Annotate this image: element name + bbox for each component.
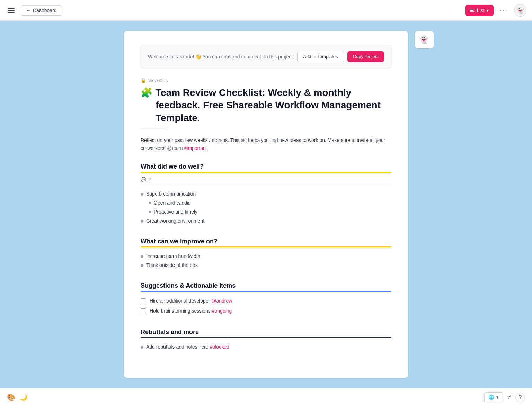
comment-number: 2 bbox=[148, 177, 151, 182]
project-description: Reflect on your past few weeks / months.… bbox=[141, 136, 391, 152]
content-card: Welcome to Taskade! 👋 You can chat and c… bbox=[124, 31, 408, 378]
nav-right: List ▾ ··· 👻 bbox=[465, 4, 526, 17]
checkbox-item: Hold brainstorming sessions #ongoing bbox=[141, 306, 391, 316]
lock-icon: 🔒 bbox=[141, 78, 146, 83]
chevron-down-icon: ▾ bbox=[496, 395, 499, 400]
bottom-bar: 🎨 🌙 🌐 ▾ ✓ ? bbox=[0, 388, 532, 406]
list-view-button[interactable]: List ▾ bbox=[465, 5, 494, 16]
side-panel-avatar: 👻 bbox=[419, 35, 428, 44]
bullet-icon bbox=[141, 264, 143, 267]
back-arrow: ← bbox=[26, 8, 31, 13]
checkbox-brainstorming[interactable] bbox=[141, 308, 146, 314]
nav-left: ← Dashboard bbox=[6, 5, 62, 16]
project-title: 🧩 Team Review Checklist: Weekly & monthl… bbox=[141, 87, 391, 124]
chevron-down-icon: ▾ bbox=[486, 8, 489, 13]
section1-underline bbox=[141, 172, 391, 173]
list-item: Increase team bandwidth bbox=[141, 252, 391, 261]
sub-list: Open and candid Proactive and timely bbox=[141, 198, 391, 216]
item-text: Open and candid bbox=[154, 200, 191, 206]
tag-ongoing: #ongoing bbox=[212, 308, 232, 314]
section-what-did-we-do-well: What did we do well? 💬 2 Superb communic… bbox=[141, 163, 391, 225]
item-text: Think outside of the box bbox=[146, 262, 198, 268]
item-text: Hire an additional developer @andrew bbox=[150, 298, 232, 304]
top-nav: ← Dashboard List ▾ ··· 👻 bbox=[0, 0, 532, 21]
title-text: Team Review Checklist: Weekly & monthly … bbox=[156, 87, 391, 124]
comment-icon: 💬 bbox=[141, 177, 146, 182]
bullet-icon bbox=[141, 346, 143, 349]
list-item: Add rebuttals and notes here #blocked bbox=[141, 342, 391, 351]
section-what-can-we-improve: What can we improve on? Increase team ba… bbox=[141, 238, 391, 270]
list-item: Think outside of the box bbox=[141, 261, 391, 270]
avatar-emoji: 👻 bbox=[516, 7, 524, 14]
item-text: Add rebuttals and notes here #blocked bbox=[146, 344, 229, 350]
list-item: Proactive and timely bbox=[149, 207, 391, 216]
more-button[interactable]: ··· bbox=[497, 5, 511, 16]
copy-project-button[interactable]: Copy Project bbox=[347, 51, 384, 62]
title-emoji: 🧩 bbox=[141, 87, 153, 99]
title-divider bbox=[141, 129, 168, 129]
comment-count: 💬 2 bbox=[141, 177, 391, 185]
view-only-label: View Only bbox=[148, 78, 168, 83]
section4-underline bbox=[141, 337, 391, 338]
list-label: List bbox=[477, 8, 485, 13]
list-icon bbox=[470, 9, 475, 12]
section3-underline bbox=[141, 291, 391, 292]
main-wrapper: 👻 Welcome to Taskade! 👋 You can chat and… bbox=[0, 21, 532, 388]
bottom-right: 🌐 ▾ ✓ ? bbox=[484, 392, 525, 402]
bullet-icon bbox=[141, 220, 143, 223]
bullet-icon bbox=[141, 255, 143, 258]
welcome-banner: Welcome to Taskade! 👋 You can chat and c… bbox=[141, 45, 391, 68]
list-item: Open and candid bbox=[149, 198, 391, 207]
item-text: Great working environment bbox=[146, 218, 204, 224]
view-only-badge: 🔒 View Only bbox=[141, 78, 391, 83]
tag-blocked: #blocked bbox=[210, 344, 229, 350]
dashboard-label: Dashboard bbox=[33, 8, 57, 13]
globe-icon: 🌐 bbox=[489, 395, 494, 400]
check-button[interactable]: ✓ bbox=[507, 394, 512, 401]
user-avatar-button[interactable]: 👻 bbox=[514, 4, 526, 17]
section1-heading: What did we do well? bbox=[141, 163, 204, 170]
item-text: Proactive and timely bbox=[154, 209, 197, 215]
bullet-icon bbox=[149, 211, 151, 213]
side-panel: 👻 bbox=[415, 31, 434, 48]
section-rebuttals: Rebuttals and more Add rebuttals and not… bbox=[141, 328, 391, 351]
item-text: Superb communication bbox=[146, 191, 196, 197]
moon-button[interactable]: 🌙 bbox=[20, 394, 27, 401]
paint-button[interactable]: 🎨 bbox=[7, 393, 16, 402]
tag-important: #important bbox=[184, 145, 207, 151]
welcome-actions: Add to Templates Copy Project bbox=[297, 51, 384, 62]
item-text: Hold brainstorming sessions #ongoing bbox=[150, 308, 232, 314]
section2-heading: What can we improve on? bbox=[141, 238, 218, 245]
check-icon: ✓ bbox=[507, 394, 512, 401]
item-text: Increase team bandwidth bbox=[146, 253, 200, 259]
section3-heading: Suggestions & Actionable Items bbox=[141, 282, 236, 289]
section-suggestions: Suggestions & Actionable Items Hire an a… bbox=[141, 282, 391, 316]
tag-andrew: @andrew bbox=[211, 298, 232, 304]
list-item: Great working environment bbox=[141, 216, 391, 225]
paint-icon: 🎨 bbox=[7, 394, 16, 401]
add-to-templates-button[interactable]: Add to Templates bbox=[297, 51, 344, 62]
welcome-message: Welcome to Taskade! 👋 You can chat and c… bbox=[148, 54, 297, 60]
help-button[interactable]: ? bbox=[515, 393, 525, 402]
checkbox-item: Hire an additional developer @andrew bbox=[141, 296, 391, 306]
dashboard-button[interactable]: ← Dashboard bbox=[21, 5, 62, 16]
hamburger-button[interactable] bbox=[6, 6, 17, 15]
bullet-icon bbox=[149, 202, 151, 204]
moon-icon: 🌙 bbox=[20, 394, 27, 401]
section2-underline bbox=[141, 246, 391, 247]
checkbox-hire-developer[interactable] bbox=[141, 298, 146, 304]
help-icon: ? bbox=[519, 394, 522, 400]
tag-team: @team bbox=[167, 145, 183, 151]
bottom-left: 🎨 🌙 bbox=[7, 393, 27, 402]
globe-language-button[interactable]: 🌐 ▾ bbox=[484, 392, 503, 402]
bullet-icon bbox=[141, 193, 143, 196]
section4-heading: Rebuttals and more bbox=[141, 328, 199, 336]
list-item: Superb communication bbox=[141, 189, 391, 198]
